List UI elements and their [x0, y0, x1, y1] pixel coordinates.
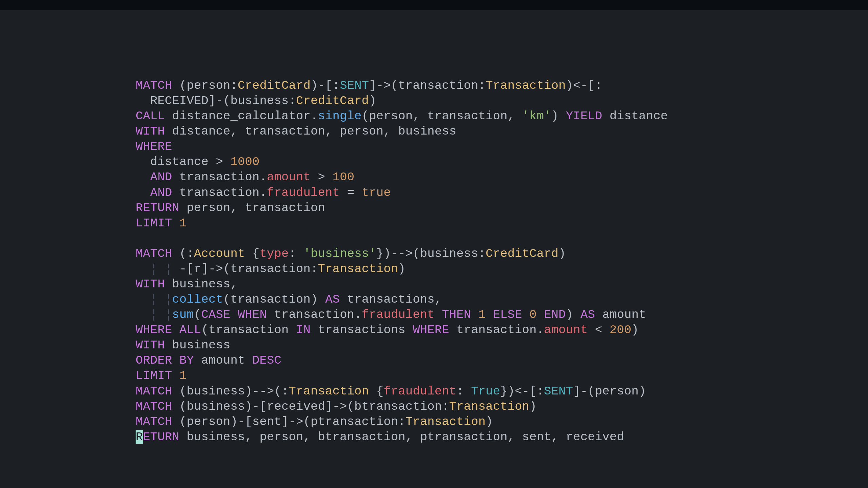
token-kw: WHERE — [136, 323, 172, 337]
token-ident: (: — [172, 247, 194, 261]
token-ident: business, person, btransaction, ptransac… — [179, 430, 624, 444]
token-str: 'business' — [303, 247, 376, 261]
token-ident: transaction. — [172, 186, 267, 200]
token-ident — [172, 323, 180, 337]
token-label: Transaction — [406, 415, 486, 429]
token-kw: ALL — [179, 323, 201, 337]
token-ident: })<-[: — [500, 384, 544, 398]
code-line[interactable]: ¦ ¦sum(CASE WHEN transaction.fraudulent … — [136, 307, 868, 322]
token-prop: amount — [544, 323, 588, 337]
code-line[interactable]: ORDER BY amount DESC — [136, 353, 868, 368]
code-content[interactable]: MATCH (person:CreditCard)-[:SENT]->(tran… — [136, 78, 868, 445]
token-num: 1 — [478, 308, 486, 322]
token-prop: fraudulent — [362, 308, 435, 322]
token-ident: ]-(person) — [573, 384, 646, 398]
code-line[interactable]: LIMIT 1 — [136, 216, 868, 231]
token-kw: LIMIT — [136, 216, 172, 230]
code-line[interactable]: MATCH (business)-->(:Transaction {fraudu… — [136, 384, 868, 399]
token-func: single — [318, 109, 362, 123]
code-line[interactable]: AND transaction.amount > 100 — [136, 169, 868, 185]
token-label: Account — [194, 247, 245, 261]
token-ident: RECEIVED]-(business: — [136, 94, 296, 108]
token-ident: { — [369, 384, 383, 398]
token-ident: distance — [602, 109, 668, 123]
token-kw: ORDER BY — [136, 353, 194, 367]
token-kw: MATCH — [136, 400, 172, 413]
code-line[interactable]: MATCH (person:CreditCard)-[:SENT]->(tran… — [136, 78, 868, 93]
token-prop: type — [260, 247, 289, 261]
token-ident: (transaction — [201, 323, 296, 337]
token-ident: -[r]->(transaction: — [179, 262, 318, 276]
code-line[interactable]: WITH distance, transaction, person, busi… — [136, 124, 868, 139]
code-line[interactable] — [136, 231, 868, 246]
token-kw: DESC — [252, 353, 281, 367]
code-line[interactable]: AND transaction.fraudulent = true — [136, 185, 868, 200]
token-num: 1 — [179, 369, 187, 383]
token-dim: ¦ ¦ — [150, 292, 172, 306]
token-num: 100 — [333, 170, 355, 184]
token-ident: (business)-->(: — [172, 384, 289, 398]
code-line[interactable]: MATCH (person)-[sent]->(ptransaction:Tra… — [136, 414, 868, 429]
token-ident: transactions — [311, 323, 413, 337]
token-kw: AND — [150, 186, 172, 200]
token-ident: < — [588, 323, 610, 337]
token-num: 1000 — [231, 155, 260, 169]
token-ident: ) — [529, 400, 537, 413]
code-line[interactable]: RETURN person, transaction — [136, 200, 868, 216]
token-kw: CASE — [201, 308, 231, 322]
token-ident — [537, 308, 544, 322]
code-line[interactable]: ¦ ¦ -[r]->(transaction:Transaction) — [136, 261, 868, 277]
token-kw: ETURN — [143, 430, 180, 444]
token-ident: person, transaction — [179, 201, 325, 215]
token-ident — [172, 216, 180, 230]
token-ident: transaction. — [172, 170, 267, 184]
token-ident: amount — [194, 353, 252, 367]
token-label: Transaction — [449, 400, 530, 413]
token-ident: (business)-[received]->(btransaction: — [172, 400, 449, 413]
token-label: CreditCard — [486, 247, 558, 261]
token-ident: { — [245, 247, 260, 261]
token-kw: YIELD — [566, 109, 603, 123]
token-label: Transaction — [318, 262, 398, 276]
code-line[interactable]: WHERE ALL(transaction IN transactions WH… — [136, 322, 868, 338]
token-ident: ) — [558, 247, 566, 261]
token-ident: = — [340, 186, 362, 200]
code-line[interactable]: RECEIVED]-(business:CreditCard) — [136, 93, 868, 108]
code-line[interactable]: WHERE — [136, 139, 868, 154]
code-line[interactable]: WITH business, — [136, 277, 868, 292]
token-ident — [486, 308, 493, 322]
code-line[interactable]: distance > 1000 — [136, 154, 868, 169]
token-ident: business, — [165, 277, 238, 291]
code-line[interactable]: CALL distance_calculator.single(person, … — [136, 108, 868, 124]
token-ident: (person, transaction, — [362, 109, 522, 123]
token-label: Transaction — [289, 384, 369, 398]
code-line[interactable]: LIMIT 1 — [136, 368, 868, 383]
token-cyan: SENT — [544, 384, 573, 398]
token-label: CreditCard — [238, 79, 311, 93]
token-kw: WITH — [136, 338, 165, 352]
token-ident — [231, 308, 238, 322]
code-editor[interactable]: MATCH (person:CreditCard)-[:SENT]->(tran… — [0, 10, 868, 488]
token-ident: transaction. — [449, 323, 544, 337]
token-str: 'km' — [522, 109, 551, 123]
token-ident: (transaction) — [223, 292, 325, 306]
code-line[interactable]: MATCH (:Account {type: 'business'})-->(b… — [136, 246, 868, 261]
code-line[interactable]: RETURN business, person, btransaction, p… — [136, 429, 868, 445]
token-prop: fraudulent — [383, 384, 456, 398]
code-line[interactable]: WITH business — [136, 338, 868, 353]
token-kw: ELSE — [493, 308, 522, 322]
token-ident: transactions, — [340, 292, 442, 306]
token-label: Transaction — [486, 79, 566, 93]
token-num: true — [362, 186, 391, 200]
token-kw: CALL — [136, 109, 165, 123]
token-kw: AS — [325, 292, 340, 306]
token-kw: MATCH — [136, 384, 172, 398]
token-kw: WHEN — [238, 308, 267, 322]
code-line[interactable]: MATCH (business)-[received]->(btransacti… — [136, 399, 868, 414]
token-label: CreditCard — [296, 94, 369, 108]
token-kw: MATCH — [136, 415, 172, 429]
code-line[interactable]: ¦ ¦collect(transaction) AS transactions, — [136, 292, 868, 307]
token-ident: ) — [631, 323, 639, 337]
token-dim: ¦ ¦ — [150, 308, 172, 322]
token-kw: LIMIT — [136, 369, 172, 383]
